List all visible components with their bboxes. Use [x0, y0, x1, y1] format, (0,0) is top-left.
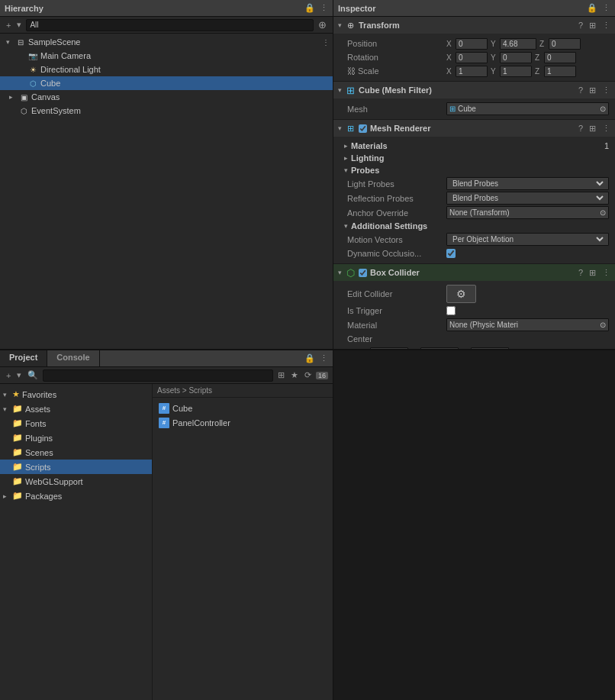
additional-settings-row[interactable]: ▾ Additional Settings	[333, 220, 615, 232]
materials-section-row[interactable]: ▸ Materials 1	[333, 140, 615, 152]
reflection-probes-select[interactable]: Blend Probes	[449, 193, 606, 203]
breadcrumb: Assets > Scripts	[153, 384, 333, 398]
mesh-filter-section: ▾ ⊞ Cube (Mesh Filter) ? ⊞ ⋮ Mesh ⊞ Cube	[333, 82, 615, 120]
scale-x-input[interactable]	[456, 66, 488, 77]
project-search-icon[interactable]: 🔍	[26, 369, 40, 381]
anchor-picker-icon[interactable]: ⊙	[600, 208, 606, 217]
mesh-filter-question-icon[interactable]: ?	[578, 85, 583, 95]
scale-y-input[interactable]	[500, 66, 532, 77]
hierarchy-menu-icon[interactable]: ⋮	[320, 3, 328, 13]
hierarchy-item-main-camera[interactable]: ▸ 📷 Main Camera	[0, 49, 333, 63]
reflection-probes-dropdown[interactable]: Blend Probes	[446, 192, 609, 205]
box-collider-header[interactable]: ▾ ⬡ Box Collider ? ⊞ ⋮	[333, 264, 615, 281]
transform-title: Transform	[359, 21, 578, 30]
project-star-icon[interactable]: ★	[289, 369, 300, 381]
motion-vectors-dropdown[interactable]: Per Object Motion	[446, 233, 609, 246]
box-collider-question-icon[interactable]: ?	[578, 268, 583, 278]
box-collider-collapse: ▾	[338, 269, 342, 276]
hierarchy-item-cube[interactable]: ▸ ⬡ Cube	[0, 76, 333, 90]
position-y-input[interactable]	[500, 38, 536, 50]
collider-material-picker[interactable]: ⊙	[600, 321, 606, 329]
probes-arrow: ▾	[344, 166, 348, 174]
project-menu-icon[interactable]: ⋮	[320, 353, 328, 363]
mesh-filter-sliders-icon[interactable]: ⊞	[589, 85, 596, 95]
hierarchy-panel: Hierarchy 🔒 ⋮ + ▾ ⊕ ▾ ⊟ SampleScene ⋮	[0, 0, 333, 349]
scale-z-field: Z	[535, 66, 576, 77]
mesh-renderer-checkbox[interactable]	[359, 124, 367, 133]
position-z-input[interactable]	[549, 38, 581, 50]
probes-section-row[interactable]: ▾ Probes	[333, 164, 615, 176]
tree-item-webglsupport[interactable]: 📁 WebGLSupport	[0, 474, 152, 489]
light-probes-row: Light Probes Blend Probes	[333, 176, 615, 191]
hierarchy-lock-icon[interactable]: 🔒	[304, 3, 315, 13]
light-probes-dropdown[interactable]: Blend Probes	[446, 177, 609, 190]
tab-project[interactable]: Project	[0, 350, 47, 366]
eventsystem-arrow: ▸	[9, 107, 18, 115]
file-panel-controller[interactable]: # PanelController	[156, 415, 330, 430]
hierarchy-item-canvas[interactable]: ▸ ▣ Canvas	[0, 90, 333, 104]
transform-collapse-icon: ▾	[338, 21, 342, 29]
project-add-icon[interactable]: +	[5, 370, 12, 381]
hierarchy-search-icon[interactable]: ⊕	[317, 18, 328, 31]
mesh-filter-header[interactable]: ▾ ⊞ Cube (Mesh Filter) ? ⊞ ⋮	[333, 82, 615, 98]
rotation-y-input[interactable]	[500, 52, 532, 63]
rotation-z-input[interactable]	[544, 52, 576, 63]
tab-console[interactable]: Console	[47, 350, 99, 366]
box-collider-checkbox[interactable]	[359, 269, 367, 277]
hierarchy-add-icon[interactable]: +	[5, 20, 12, 31]
hierarchy-item-directional-light[interactable]: ▸ ☀ Directional Light	[0, 63, 333, 76]
hierarchy-content: ▾ ⊟ SampleScene ⋮ ▸ 📷 Main Camera ▸ ☀ Di…	[0, 34, 333, 349]
edit-collider-button[interactable]: ⚙	[446, 285, 476, 303]
project-lock-icon[interactable]: 🔒	[304, 353, 315, 363]
mesh-renderer-question-icon[interactable]: ?	[578, 124, 583, 134]
box-collider-menu-icon[interactable]: ⋮	[602, 268, 610, 278]
inspector-menu-icon[interactable]: ⋮	[602, 3, 610, 13]
transform-sliders-icon[interactable]: ⊞	[589, 21, 596, 31]
mesh-filter-menu-icon[interactable]: ⋮	[602, 85, 610, 95]
is-trigger-checkbox[interactable]	[446, 306, 456, 315]
tree-item-scripts[interactable]: 📁 Scripts	[0, 460, 152, 474]
tree-item-fonts[interactable]: 📁 Fonts	[0, 416, 152, 431]
dynamic-occlusion-checkbox[interactable]	[446, 249, 456, 258]
tree-item-assets[interactable]: ▾ 📁 Assets	[0, 402, 152, 416]
tree-item-plugins[interactable]: 📁 Plugins	[0, 431, 152, 445]
file-cube[interactable]: # Cube	[156, 401, 330, 415]
project-refresh-icon[interactable]: ⟳	[303, 369, 313, 381]
project-search-input[interactable]	[43, 369, 273, 382]
transform-question-icon[interactable]: ?	[578, 21, 583, 31]
cube-file-icon: #	[159, 403, 169, 414]
lighting-label: Lighting	[351, 153, 384, 163]
position-row: Position X Y Z	[333, 37, 615, 50]
tree-item-favorites[interactable]: ▾ ★ Favorites	[0, 387, 152, 402]
position-x-input[interactable]	[456, 38, 488, 50]
mesh-picker-icon[interactable]: ⊙	[600, 105, 606, 113]
project-arrow-icon[interactable]: ▾	[15, 369, 23, 381]
additional-settings-label: Additional Settings	[351, 221, 427, 231]
rotation-label: Rotation	[347, 53, 446, 62]
mesh-renderer-header[interactable]: ▾ ⊞ Mesh Renderer ? ⊞ ⋮	[333, 120, 615, 137]
scale-z-input[interactable]	[544, 66, 576, 77]
inspector-lock-icon[interactable]: 🔒	[587, 3, 597, 13]
scene-menu[interactable]: ⋮	[322, 38, 330, 47]
hierarchy-scene[interactable]: ▾ ⊟ SampleScene ⋮	[0, 35, 333, 49]
box-collider-sliders-icon[interactable]: ⊞	[589, 268, 596, 278]
transform-header[interactable]: ▾ ⊕ Transform ? ⊞ ⋮	[333, 17, 615, 34]
lighting-section-row[interactable]: ▸ Lighting	[333, 152, 615, 164]
hierarchy-search-input[interactable]	[26, 19, 314, 31]
light-probes-select[interactable]: Blend Probes	[449, 179, 606, 189]
tree-item-scenes[interactable]: 📁 Scenes	[0, 445, 152, 460]
mesh-renderer-collapse: ▾	[338, 124, 342, 132]
mesh-renderer-menu-icon[interactable]: ⋮	[602, 124, 610, 134]
additional-settings-arrow: ▾	[344, 222, 348, 230]
mesh-value-field: ⊞ Cube ⊙	[446, 102, 609, 115]
rotation-x-input[interactable]	[456, 52, 488, 63]
motion-vectors-select[interactable]: Per Object Motion	[449, 234, 606, 244]
mesh-grid-icon: ⊞	[449, 105, 456, 113]
project-grid-icon[interactable]: ⊞	[276, 369, 286, 381]
hierarchy-item-eventsystem[interactable]: ▸ ⬡ EventSystem	[0, 104, 333, 118]
mesh-renderer-sliders-icon[interactable]: ⊞	[589, 124, 596, 134]
transform-menu-icon[interactable]: ⋮	[602, 21, 610, 31]
mesh-renderer-section: ▾ ⊞ Mesh Renderer ? ⊞ ⋮ ▸ Materials	[333, 120, 615, 264]
hierarchy-arrow-icon[interactable]: ▾	[15, 19, 23, 31]
tree-item-packages[interactable]: ▸ 📁 Packages	[0, 489, 152, 503]
